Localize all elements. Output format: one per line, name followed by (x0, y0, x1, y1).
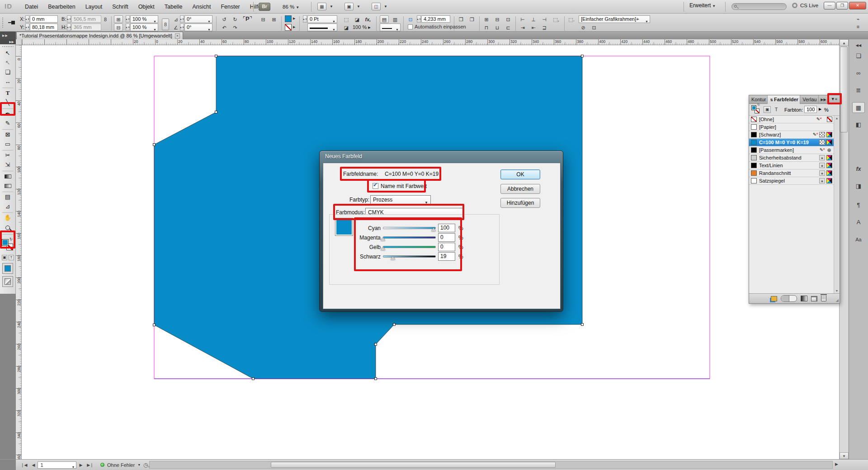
align-bottom-icon[interactable]: ⊏ (504, 24, 513, 31)
swatches-panel-icon[interactable]: ▦ (852, 102, 865, 113)
selection-edges-icon[interactable]: ⬚ (342, 15, 351, 23)
magenta-slider[interactable] (383, 236, 436, 239)
scroll-right-icon[interactable]: ▶ (833, 462, 840, 466)
last-page-icon[interactable]: ▶❘ (85, 463, 95, 467)
constrain-proportions-icon[interactable]: 8 (102, 15, 108, 23)
fill-flyout-arrow[interactable]: ▶ (293, 17, 295, 20)
ok-button[interactable]: OK (500, 169, 540, 179)
line-tool[interactable]: ╲ (0, 98, 15, 107)
swatch-row-schwarz[interactable]: [Schwarz] ✎ (749, 131, 834, 139)
tint-value-field[interactable]: 100 (804, 106, 817, 113)
prev-page-icon[interactable]: ◀ (30, 463, 37, 467)
swatch-row-selected[interactable]: C=100 M=0 Y=0 K=19 (749, 139, 834, 146)
stroke-style-combo[interactable]: ▼ (307, 24, 337, 31)
align-top-icon[interactable]: ⊓ (482, 24, 491, 31)
workspace-switcher[interactable]: Erweitert▼ (689, 2, 716, 9)
show-swatch-kinds-icon[interactable] (771, 296, 777, 301)
swatch-row-randanschnitt[interactable]: Randanschnitt ● (749, 169, 834, 177)
menu-datei[interactable]: Datei (20, 0, 43, 14)
gradient-feather-tool[interactable] (0, 181, 15, 190)
menu-fenster[interactable]: Fenster (216, 0, 245, 14)
corner-radius-spinner[interactable]: ▲▼ (417, 15, 421, 23)
cyan-value-field[interactable]: 100 (438, 224, 455, 232)
swatch-list-scrollbar[interactable]: ▲ ▼ (834, 116, 840, 293)
color-type-dropdown[interactable]: Prozess▼ (370, 195, 431, 204)
apply-gradient-button[interactable] (2, 276, 13, 287)
effects-panel-icon[interactable]: fx (852, 164, 865, 174)
effects-icon[interactable]: fx, (363, 15, 373, 23)
link-scale-button[interactable]: 8 (162, 19, 169, 30)
outdent-icon[interactable]: ⇤ (529, 24, 538, 31)
panel-text-button[interactable]: T (773, 106, 780, 113)
paragraph-panel-icon[interactable]: ¶ (852, 200, 865, 211)
tools-collapse-icon[interactable]: ▶▶ (0, 39, 16, 44)
menu-bearbeiten[interactable]: Bearbeiten (43, 0, 80, 14)
panel-fill-stroke-proxy[interactable]: ↻ (751, 105, 761, 114)
vertical-ruler[interactable]: 0204060801001201401601802002202402602803… (16, 45, 22, 459)
window-restore-button[interactable]: ❐ (836, 2, 848, 9)
transform-icon[interactable]: ⊞ (114, 15, 123, 23)
stroke-flyout-arrow[interactable]: ▶ (293, 25, 295, 29)
object-style-icon[interactable]: ⬚. (567, 15, 576, 23)
wrap-none-icon[interactable]: ▤ (380, 15, 389, 23)
scroll-up-icon[interactable]: ▲ (840, 39, 849, 46)
b-field[interactable]: 506,5 mm (71, 15, 101, 23)
pen-tool[interactable]: ✒ (0, 109, 15, 118)
style-clear-icon[interactable]: ⊘ (579, 24, 588, 31)
indent-icon[interactable]: ⇥ (518, 24, 527, 31)
formatting-affects-container-button[interactable]: ▣ (2, 255, 7, 260)
panel-container-button[interactable]: ▣ (764, 106, 771, 113)
stroke-panel-icon[interactable]: ≣ (852, 85, 865, 96)
scale-x-spinner[interactable]: ▲▼ (126, 15, 130, 23)
scissors-tool[interactable]: ✂ (0, 151, 15, 160)
autofit-checkbox[interactable]: Automatisch einpassen (408, 24, 466, 29)
window-minimize-button[interactable]: — (824, 2, 835, 9)
horizontal-scrollbar-thumb[interactable] (271, 462, 556, 468)
rotate-cw-icon[interactable]: ↻ (231, 15, 240, 23)
opacity-value[interactable]: 100 % ▸ (353, 24, 371, 30)
menu-schrift[interactable]: Schrift (107, 0, 133, 14)
swatch-row-passermarken[interactable]: [Passermarken] ✎ ⊕ (749, 146, 834, 154)
next-page-icon[interactable]: ▶ (77, 463, 84, 467)
vertical-scrollbar[interactable]: ▲ ▼ (839, 39, 848, 459)
fill-stroke-proxy[interactable]: ↻ (2, 239, 14, 251)
gradient-tool[interactable] (0, 172, 15, 181)
horizontal-scrollbar[interactable] (149, 461, 833, 469)
ruler-origin-box[interactable] (16, 39, 22, 45)
rectangle-tool[interactable]: ▭ (0, 140, 15, 149)
line-end-combo[interactable]: ▼ (380, 24, 401, 31)
swatch-view-segmented-control[interactable] (781, 295, 797, 302)
view-list-icon[interactable] (781, 296, 789, 301)
free-transform-tool[interactable]: ⇲ (0, 160, 15, 169)
y-field[interactable]: 80,18 mm (30, 24, 58, 31)
panel-grip[interactable] (2, 46, 14, 47)
links-panel-icon[interactable]: ∞ (852, 68, 865, 79)
expand-panels-icon[interactable]: ◀◀ (852, 40, 865, 51)
menu-objekt[interactable]: Objekt (133, 0, 160, 14)
fit-proportional-icon[interactable]: ⊟ (493, 15, 502, 23)
direct-selection-tool[interactable]: ↖ (0, 58, 15, 67)
cyan-slider-thumb[interactable] (431, 228, 436, 231)
type-tool[interactable]: T (0, 89, 15, 98)
tint-flyout-arrow[interactable]: ▶ (819, 107, 821, 111)
gap-tool[interactable]: ↔ (0, 77, 15, 86)
view-options-dropdown[interactable]: ▦ (317, 3, 326, 10)
menu-layout[interactable]: Layout (80, 0, 108, 14)
document-tab[interactable]: *Tutorial Praesentationsmappe Indesign.i… (16, 32, 183, 39)
gradient-swatch-icon[interactable] (801, 296, 807, 301)
object-style-combo[interactable]: [Einfacher Grafikrahmen]+▼ (579, 15, 650, 23)
panel-swap-icon[interactable]: ↻ (757, 103, 760, 107)
panel-fill-proxy-icon[interactable] (751, 105, 756, 110)
scale-y-combo[interactable]: 100 %▼ (130, 24, 158, 31)
search-input[interactable] (731, 3, 787, 10)
name-with-value-checkbox[interactable]: ✔ (373, 183, 378, 189)
gradient-panel-icon[interactable]: ◨ (852, 181, 865, 192)
measure-tool[interactable]: ⊿ (0, 202, 15, 211)
selection-tool[interactable]: ↖ (0, 49, 15, 58)
vertical-scrollbar-thumb[interactable] (840, 47, 848, 132)
screen-mode-dropdown[interactable]: ▣ (344, 3, 354, 10)
style-redefine-icon[interactable]: ⊡ (590, 24, 599, 31)
glyphs-panel-icon[interactable]: Aa (852, 234, 865, 245)
align-center-icon[interactable]: ⊥ (529, 15, 538, 23)
stroke-weight-spinner[interactable]: ▲▼ (303, 15, 307, 23)
